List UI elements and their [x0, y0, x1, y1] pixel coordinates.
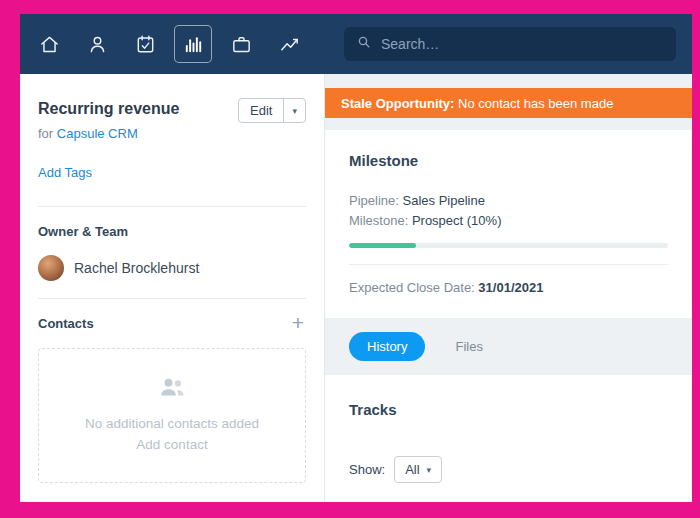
company-link[interactable]: Capsule CRM [57, 126, 138, 141]
tab-files[interactable]: Files [455, 339, 482, 354]
milestone-row: Milestone: Prospect (10%) [349, 211, 668, 231]
add-tags-row: Add Tags [38, 165, 306, 180]
add-contact-plus-icon[interactable]: + [290, 314, 306, 332]
nav-icon-group [30, 25, 308, 63]
owner-team-heading: Owner & Team [38, 224, 306, 239]
app-window: Recurring revenue Edit ▾ for Capsule CRM… [20, 14, 692, 502]
main-panel: Stale Opportunity: No contact has been m… [325, 74, 692, 502]
tracks-filter-dropdown[interactable]: All ▾ [394, 456, 442, 483]
owner-row[interactable]: Rachel Brocklehurst [38, 255, 306, 281]
sidebar-divider [38, 298, 306, 299]
contacts-heading: Contacts [38, 316, 94, 331]
tracks-filter-value: All [405, 462, 419, 477]
milestone-progress-track [349, 243, 668, 248]
add-contact-link[interactable]: Add contact [49, 437, 295, 452]
sidebar-divider [38, 206, 306, 207]
opportunity-subtitle: for Capsule CRM [38, 126, 306, 141]
opportunity-sidebar: Recurring revenue Edit ▾ for Capsule CRM… [20, 74, 325, 502]
contacts-header: Contacts + [38, 314, 306, 332]
tasks-icon[interactable] [126, 25, 164, 63]
group-icon [49, 375, 295, 404]
edit-button[interactable]: Edit [239, 99, 283, 122]
pipeline-row: Pipeline: Sales Pipeline [349, 191, 668, 211]
pipeline-value: Sales Pipeline [403, 193, 485, 208]
edit-split-button[interactable]: Edit ▾ [238, 98, 306, 123]
milestone-card: Milestone Pipeline: Sales Pipeline Miles… [325, 130, 692, 318]
home-icon[interactable] [30, 25, 68, 63]
for-prefix: for [38, 126, 53, 141]
pipeline-label: Pipeline: [349, 193, 399, 208]
tracks-card: Tracks Show: All ▾ [325, 375, 692, 502]
close-date-row: Expected Close Date: 31/01/2021 [349, 278, 668, 298]
card-divider [349, 264, 668, 265]
milestone-value: Prospect (10%) [412, 213, 502, 228]
tab-history[interactable]: History [349, 332, 425, 361]
chevron-down-icon: ▾ [427, 465, 432, 475]
opportunity-title: Recurring revenue [38, 98, 179, 118]
top-nav [20, 14, 692, 74]
close-date-label: Expected Close Date: [349, 280, 475, 295]
statistics-icon[interactable] [174, 25, 212, 63]
stale-opportunity-banner: Stale Opportunity: No contact has been m… [325, 88, 692, 118]
people-icon[interactable] [78, 25, 116, 63]
sales-icon[interactable] [270, 25, 308, 63]
search-icon [356, 34, 372, 54]
banner-prefix: Stale Opportunity: [341, 96, 454, 111]
contacts-empty-state: No additional contacts added Add contact [38, 348, 306, 483]
milestone-heading: Milestone [349, 152, 668, 169]
contacts-empty-text: No additional contacts added [49, 416, 295, 431]
app-frame: Recurring revenue Edit ▾ for Capsule CRM… [0, 0, 700, 518]
cases-icon[interactable] [222, 25, 260, 63]
tracks-filter-row: Show: All ▾ [349, 456, 668, 483]
search-box[interactable] [344, 27, 676, 61]
chevron-down-icon[interactable]: ▾ [283, 99, 305, 122]
main-tabs: History Files [325, 332, 692, 361]
content-area: Recurring revenue Edit ▾ for Capsule CRM… [20, 74, 692, 502]
show-label: Show: [349, 462, 385, 477]
milestone-progress-fill [349, 243, 416, 248]
sidebar-header: Recurring revenue Edit ▾ [38, 98, 306, 123]
avatar [38, 255, 64, 281]
banner-text: No contact has been made [454, 96, 613, 111]
add-tags-link[interactable]: Add Tags [38, 165, 92, 180]
milestone-label: Milestone: [349, 213, 408, 228]
owner-name: Rachel Brocklehurst [74, 260, 199, 276]
tracks-heading: Tracks [349, 401, 668, 418]
close-date-value: 31/01/2021 [478, 280, 543, 295]
search-input[interactable] [381, 36, 664, 52]
